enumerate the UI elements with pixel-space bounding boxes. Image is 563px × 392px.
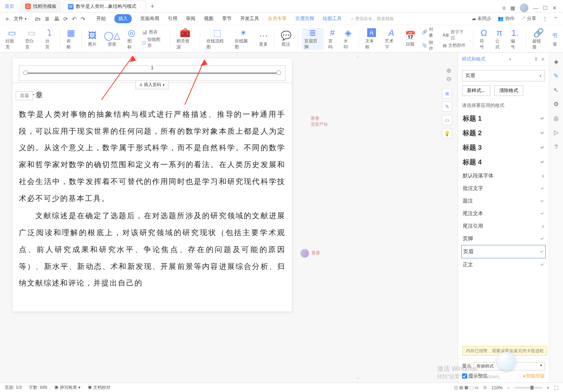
zoom-out-button[interactable]: ⊖: [446, 75, 451, 83]
print-preview-icon[interactable]: 🗎: [44, 16, 50, 22]
rib-smartart[interactable]: ◫智能图形: [142, 37, 164, 48]
fullscreen-icon[interactable]: ⛶: [554, 385, 558, 390]
rail-help-icon[interactable]: ?: [554, 143, 557, 150]
status-words[interactable]: 字数: 689: [29, 385, 47, 390]
header-zone[interactable]: 1 # 插入页码 ▾: [13, 58, 292, 83]
command-search[interactable]: ⌕ 查找命令、搜索模板: [351, 16, 394, 22]
tab-add[interactable]: +: [146, 0, 158, 12]
rib-equation[interactable]: π公式: [493, 28, 506, 50]
current-style-select[interactable]: 页眉 ▾: [462, 70, 545, 81]
smart-typeset-link[interactable]: ♛智能排版: [523, 373, 545, 379]
rib-docpart[interactable]: ▤文档部件: [443, 42, 467, 48]
style-item[interactable]: 正文↵: [461, 258, 546, 271]
file-menu[interactable]: 文件▾: [10, 14, 30, 24]
style-item[interactable]: 尾注文本↵: [461, 207, 546, 220]
rail-present-icon[interactable]: ▷: [554, 129, 559, 136]
slider-handle-right[interactable]: [276, 70, 281, 75]
new-style-button[interactable]: 新样式...: [462, 85, 490, 96]
print-icon[interactable]: 🖶: [54, 16, 59, 22]
rib-number[interactable]: 1.编号: [508, 28, 522, 50]
tab-ctx-headerfooter[interactable]: 页眉页脚: [295, 14, 314, 23]
pin-icon[interactable]: ⊼: [534, 57, 538, 62]
style-item[interactable]: 标题 2↵: [461, 126, 546, 140]
comment-2-avatar[interactable]: [300, 249, 309, 258]
app-menu-icon[interactable]: ≡: [6, 16, 9, 22]
float-pencil-icon[interactable]: ✎: [442, 101, 452, 112]
style-item[interactable]: 尾注引用a: [461, 220, 546, 232]
close-panel-icon[interactable]: ✕: [541, 57, 545, 62]
user-avatar[interactable]: [520, 4, 528, 12]
rib-table[interactable]: ▦表格: [64, 28, 77, 50]
tab-review[interactable]: 审阅: [186, 14, 195, 23]
tab-pagelayout[interactable]: 页面布局: [140, 14, 159, 23]
rib-pagenum[interactable]: #页码: [326, 28, 339, 50]
tab-templates[interactable]: D 找稻壳模板: [20, 0, 61, 12]
rib-hyperlink[interactable]: 🔗超链接: [530, 28, 547, 50]
tab-references[interactable]: 引用: [168, 14, 177, 23]
close-button[interactable]: ✕: [552, 5, 557, 11]
style-item[interactable]: 页脚↵: [461, 232, 546, 245]
rail-settings-icon[interactable]: ⚙: [554, 101, 559, 108]
status-spellcheck[interactable]: ▣ 拼写检查 ▾: [54, 385, 81, 390]
rib-flowchart[interactable]: ⬚在线流程图: [204, 28, 230, 50]
rib-icon[interactable]: ◎图标: [125, 28, 138, 50]
view-mode-icons[interactable]: ◫ ▤ ▦ ⬚ ▭: [454, 385, 478, 390]
rib-wordart[interactable]: A艺术字: [383, 28, 400, 50]
rib-blank[interactable]: ▭空白页: [23, 28, 40, 50]
rail-diamond-icon[interactable]: ◈: [554, 58, 559, 65]
rib-more[interactable]: ⋯更多: [257, 28, 270, 50]
zoom-value[interactable]: 110%: [491, 385, 502, 390]
rib-watermark[interactable]: ◈水印: [341, 28, 355, 50]
rib-bookmark[interactable]: 书签: [550, 28, 560, 50]
sync-button[interactable]: ☁ 未同步: [471, 15, 491, 22]
zoom-in-status[interactable]: +: [547, 385, 549, 390]
style-item[interactable]: 默认段落字体a: [461, 169, 546, 182]
layout-1-icon[interactable]: ⧈: [502, 5, 506, 11]
tab-devtools[interactable]: 开发工具: [240, 14, 259, 23]
maximize-button[interactable]: ☐: [543, 5, 548, 11]
layout-grid-icon[interactable]: ▦: [510, 5, 515, 11]
style-item[interactable]: 页眉↵: [461, 245, 546, 258]
rib-mindmap[interactable]: ✴在线脑图: [232, 28, 254, 50]
rib-pagebreak[interactable]: ⤵分页: [43, 28, 56, 50]
rib-comment[interactable]: 💬批注: [278, 28, 294, 50]
rib-resource[interactable]: 🧰稻壳资源: [174, 28, 196, 50]
rib-textbox[interactable]: 🅰文本框: [363, 28, 380, 50]
style-item[interactable]: 标题 3↵: [461, 140, 546, 155]
refresh-icon[interactable]: ⟳: [63, 16, 68, 22]
rib-shape[interactable]: ◯△形状: [101, 28, 123, 50]
float-outline-icon[interactable]: ≣: [442, 88, 452, 98]
undo-icon[interactable]: ↶: [72, 16, 77, 22]
collapse-ribbon[interactable]: ⌃: [554, 16, 557, 22]
rail-pencil-icon[interactable]: ✎: [554, 72, 559, 79]
tab-home[interactable]: 首页: [0, 0, 19, 12]
tab-chapter[interactable]: 章节: [222, 14, 232, 23]
rib-picture[interactable]: 🖼图片: [86, 28, 99, 50]
tab-member[interactable]: 会员专享: [268, 14, 287, 23]
style-item[interactable]: 标题 4↵: [461, 155, 546, 169]
style-item[interactable]: 题注↵: [461, 195, 546, 207]
rib-date[interactable]: 📅日期: [403, 28, 418, 50]
float-reading-icon[interactable]: ▭: [442, 115, 452, 125]
rib-dropcap[interactable]: A≣首字下沉: [443, 29, 467, 41]
zoom-out-status[interactable]: −: [507, 385, 510, 390]
more-menu[interactable]: ⋮: [543, 16, 547, 22]
tab-start[interactable]: 开始: [96, 14, 106, 23]
rib-symbol[interactable]: Ω符号: [477, 28, 491, 50]
clear-format-button[interactable]: 清除格式: [494, 85, 523, 96]
comment-1[interactable]: 香香 需要严格: [311, 116, 328, 127]
save-icon[interactable]: 🗁: [35, 16, 40, 22]
minimize-button[interactable]: —: [533, 5, 538, 11]
style-item[interactable]: 标题 1↵: [461, 111, 546, 126]
focus-mode-icon[interactable]: ⊙: [483, 385, 487, 390]
tab-insert[interactable]: 插入: [114, 14, 132, 23]
style-item[interactable]: 批注文字↵: [461, 182, 546, 195]
rib-attach[interactable]: 📎附件: [422, 40, 437, 52]
coop-button[interactable]: 👥 协作: [498, 15, 514, 22]
insert-page-number-button[interactable]: # 插入页码 ▾: [135, 80, 169, 89]
tab-view[interactable]: 视图: [204, 14, 213, 23]
tab-ctx-drawing[interactable]: 绘图工具: [323, 14, 342, 23]
status-page[interactable]: 页面: 1/3: [5, 385, 22, 390]
rail-location-icon[interactable]: ◎: [554, 115, 559, 122]
zoom-slider[interactable]: [515, 387, 542, 388]
